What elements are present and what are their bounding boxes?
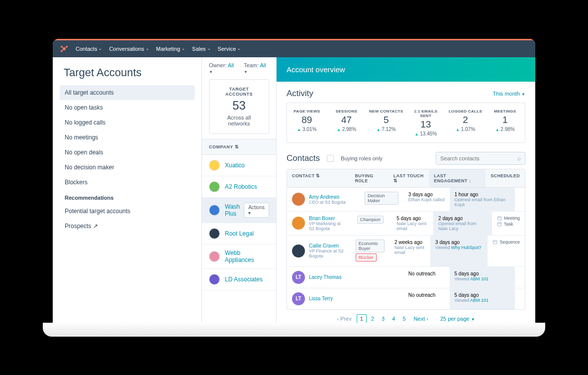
- svg-rect-4: [497, 216, 501, 220]
- avatar: [292, 245, 305, 257]
- activity-title: Activity: [287, 89, 313, 99]
- team-filter[interactable]: Team: All ▼: [244, 62, 269, 74]
- avatar: LT: [292, 271, 305, 284]
- sidebar-rec-item[interactable]: Prospects ↗: [60, 219, 195, 234]
- calendar-icon: [497, 216, 502, 221]
- actions-button[interactable]: Actions ▾: [244, 203, 269, 218]
- contacts-search[interactable]: ⌕: [436, 152, 525, 165]
- calendar-icon: [492, 240, 497, 245]
- nav-marketing[interactable]: Marketing ⌄: [156, 46, 185, 52]
- contact-name[interactable]: Brian Boxer: [309, 216, 347, 221]
- company-column-header[interactable]: COMPANY ⇅: [202, 139, 276, 155]
- overview-header: Account overview: [277, 57, 535, 82]
- company-icon: [209, 181, 220, 192]
- table-row[interactable]: LTLissa Terry No outreach 5 days agoView…: [287, 288, 525, 309]
- page-title: Target Accounts: [53, 57, 201, 85]
- hubspot-logo-icon: [60, 44, 69, 53]
- nav-conversations[interactable]: Conversations ⌄: [109, 46, 149, 52]
- pager-next[interactable]: Next ›: [414, 316, 428, 322]
- top-nav: Contacts ⌄Conversations ⌄Marketing ⌄Sale…: [53, 40, 535, 57]
- sidebar-item[interactable]: All target accounts: [60, 85, 195, 100]
- company-icon: [209, 205, 220, 216]
- company-row[interactable]: Xuatico: [202, 155, 276, 176]
- external-link-icon: ↗: [93, 223, 98, 230]
- table-row[interactable]: Brian BoxerVP Marketing at S2 Bogota Cha…: [287, 212, 525, 236]
- nav-service[interactable]: Service ⌄: [218, 46, 241, 52]
- pagination: ‹ Prev 1 2 3 4 5 Next › 25 per page ▼: [287, 310, 525, 323]
- activity-period-dropdown[interactable]: This month ▼: [493, 91, 525, 97]
- page-number[interactable]: 4: [389, 315, 398, 323]
- company-row[interactable]: Wash PlusActions ▾: [202, 198, 276, 223]
- role-tag: Economic Buyer: [356, 240, 385, 252]
- avatar: [292, 193, 305, 206]
- table-row[interactable]: Amy AndrewsCEO at S2 Bogota Decision Mak…: [287, 188, 525, 212]
- pager-prev[interactable]: ‹ Prev: [337, 316, 351, 322]
- company-row[interactable]: Root Legal: [202, 223, 276, 245]
- contacts-title: Contacts: [287, 153, 320, 163]
- page-number[interactable]: 1: [357, 314, 367, 323]
- scheduled-item: Sequence: [492, 240, 520, 245]
- laptop-base: [43, 323, 545, 337]
- th-contact[interactable]: CONTACT ⇅: [287, 169, 350, 187]
- page-number[interactable]: 3: [379, 315, 388, 323]
- table-row[interactable]: LTLacey Thomas No outreach 5 days agoVie…: [287, 267, 525, 288]
- sidebar-item[interactable]: No open deals: [60, 145, 195, 160]
- owner-filter[interactable]: Owner: All ▼: [209, 62, 237, 74]
- buying-roles-checkbox[interactable]: [327, 155, 334, 162]
- svg-rect-5: [497, 222, 501, 226]
- sidebar-item[interactable]: Blockers: [60, 175, 195, 190]
- buying-roles-label: Buying roles only: [341, 155, 383, 161]
- svg-rect-6: [493, 240, 497, 244]
- search-input[interactable]: [440, 155, 517, 161]
- per-page-dropdown[interactable]: 25 per page ▼: [440, 316, 475, 322]
- contacts-table: CONTACT ⇅ BUYING ROLE LAST TOUCH ⇅ LAST …: [287, 169, 525, 310]
- role-tag: Champion: [357, 216, 384, 224]
- sidebar-filters: All target accountsNo open tasksNo logge…: [53, 85, 201, 234]
- avatar: LT: [292, 292, 305, 305]
- sidebar-rec-item[interactable]: Potential target accounts: [60, 204, 195, 219]
- company-icon: [209, 228, 220, 239]
- sidebar-item[interactable]: No decision maker: [60, 160, 195, 175]
- scheduled-item: Task: [497, 222, 520, 227]
- nav-contacts[interactable]: Contacts ⌄: [76, 46, 102, 52]
- company-row[interactable]: Webb Appliances: [202, 245, 276, 269]
- nav-sales[interactable]: Sales ⌄: [192, 46, 211, 52]
- company-icon: [209, 160, 220, 171]
- company-icon: [209, 274, 220, 285]
- sidebar-item[interactable]: No logged calls: [60, 115, 195, 130]
- contact-name[interactable]: Amy Andrews: [309, 194, 346, 200]
- th-scheduled[interactable]: SCHEDULED: [486, 169, 525, 187]
- sidebar-item[interactable]: No open tasks: [60, 100, 195, 115]
- search-icon: ⌕: [517, 155, 521, 162]
- role-tag: Decision Maker: [365, 192, 398, 205]
- calendar-icon: [497, 222, 502, 227]
- table-row[interactable]: Callie CravenVP Finance at S2 Bogota Eco…: [287, 236, 525, 267]
- sidebar-item[interactable]: No meetings: [60, 130, 195, 145]
- contact-name[interactable]: Callie Craven: [309, 243, 346, 249]
- contact-name[interactable]: Lissa Terry: [309, 296, 333, 301]
- sidebar-recommendations-header: Recommendations: [60, 190, 195, 204]
- scheduled-item: Meeting: [497, 216, 520, 221]
- target-accounts-card: TARGET ACCOUNTS 53 Across all networks: [209, 79, 269, 134]
- company-row[interactable]: A2 Robotics: [202, 176, 276, 198]
- contact-name[interactable]: Lacey Thomas: [309, 274, 341, 280]
- page-number[interactable]: 2: [368, 315, 377, 323]
- page-number[interactable]: 5: [399, 315, 408, 323]
- avatar: [292, 217, 305, 230]
- company-row[interactable]: LD Associates: [202, 269, 276, 290]
- company-icon: [209, 251, 220, 262]
- role-tag: Blocker: [356, 253, 377, 261]
- th-engagement[interactable]: LAST ENGAGEMENT ↓: [429, 169, 486, 187]
- activity-kpis: PAGE VIEWS89▲ 3.01%SESSIONS47▲ 2.98%NEW …: [287, 103, 525, 143]
- th-role[interactable]: BUYING ROLE: [350, 169, 388, 187]
- th-touch[interactable]: LAST TOUCH ⇅: [389, 169, 429, 187]
